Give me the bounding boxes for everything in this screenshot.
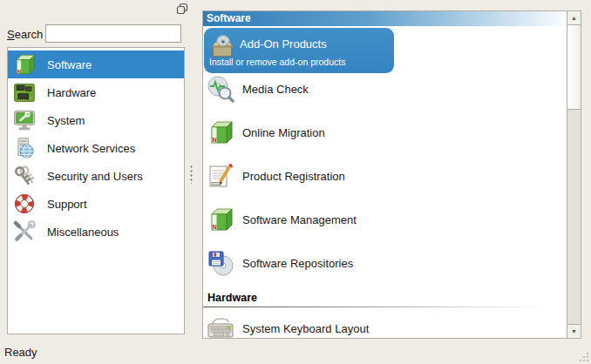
network-globe-icon bbox=[12, 136, 37, 160]
section-divider bbox=[203, 307, 567, 307]
module-item-label: Software Management bbox=[242, 213, 357, 226]
sidebar-item-label: Software bbox=[47, 58, 92, 71]
module-item-add-on-products[interactable]: Add-On Products Install or remove add-on… bbox=[204, 28, 394, 73]
hardware-circuit-icon bbox=[12, 80, 37, 104]
sidebar-item-security-and-users[interactable]: Security and Users bbox=[8, 162, 184, 190]
sidebar-item-label: Miscellaneous bbox=[47, 226, 119, 239]
sidebar-item-system[interactable]: System bbox=[8, 106, 184, 134]
floppy-cd-icon bbox=[207, 249, 234, 277]
tools-icon bbox=[12, 219, 37, 244]
restore-window-icon[interactable] bbox=[175, 2, 189, 16]
module-item-label: Online Migration bbox=[242, 126, 325, 139]
keyboard-icon bbox=[207, 314, 234, 338]
system-monitor-icon bbox=[12, 108, 37, 132]
sidebar-item-label: Support bbox=[47, 198, 87, 211]
module-item-online-migration[interactable]: N Online Migration bbox=[207, 116, 558, 149]
scroll-down-button[interactable]: ▼ bbox=[567, 324, 581, 338]
software-package-icon: N bbox=[207, 118, 234, 146]
software-package-icon: N bbox=[207, 206, 234, 233]
section-header-hardware: Hardware bbox=[203, 292, 567, 307]
sidebar-item-software[interactable]: N Software bbox=[8, 51, 184, 78]
sidebar-item-hardware[interactable]: Hardware bbox=[8, 78, 184, 106]
software-package-icon: N bbox=[12, 52, 37, 77]
module-item-software-repositories[interactable]: Software Repositories bbox=[207, 246, 558, 280]
lifebuoy-icon bbox=[12, 192, 37, 216]
status-bar-text: Ready bbox=[4, 346, 37, 359]
sidebar-item-label: Security and Users bbox=[47, 170, 143, 183]
scrollbar-thumb[interactable] bbox=[567, 25, 581, 110]
vertical-scrollbar: ▲ ▼ bbox=[567, 11, 581, 338]
search-label: Search bbox=[7, 28, 43, 41]
module-list: Add-On Products Install or remove add-on… bbox=[203, 26, 567, 338]
sidebar-item-support[interactable]: Support bbox=[8, 190, 184, 218]
module-item-system-keyboard-layout[interactable]: System Keyboard Layout bbox=[207, 312, 558, 338]
module-panel: Software Add-On Products Install or remo… bbox=[202, 10, 581, 339]
module-item-subtitle: Install or remove add-on products bbox=[209, 57, 345, 67]
notepad-pencil-icon bbox=[207, 162, 234, 190]
scrollbar-track[interactable] bbox=[567, 110, 581, 324]
module-item-product-registration[interactable]: Product Registration bbox=[207, 159, 558, 192]
svg-text:N: N bbox=[213, 224, 217, 230]
module-item-label: System Keyboard Layout bbox=[242, 322, 369, 335]
module-item-label: Media Check bbox=[242, 83, 309, 96]
module-item-software-management[interactable]: N Software Management bbox=[207, 203, 558, 236]
scroll-up-button[interactable]: ▲ bbox=[567, 11, 581, 25]
resize-grip[interactable] bbox=[577, 350, 588, 361]
svg-text:N: N bbox=[213, 137, 217, 143]
sidebar-item-label: Network Services bbox=[47, 142, 135, 155]
module-item-media-check[interactable]: Media Check bbox=[207, 72, 558, 105]
cd-magnifier-icon bbox=[207, 75, 234, 103]
sidebar-item-label: System bbox=[47, 114, 85, 127]
sidebar-item-label: Hardware bbox=[47, 86, 96, 99]
svg-text:N: N bbox=[17, 68, 21, 74]
sidebar-item-network-services[interactable]: Network Services bbox=[8, 134, 184, 162]
module-item-label: Software Repositories bbox=[242, 257, 353, 270]
panel-splitter-handle[interactable] bbox=[190, 165, 193, 184]
module-item-title: Add-On Products bbox=[240, 37, 327, 51]
panel-section-header: Software bbox=[203, 11, 567, 26]
sidebar-item-miscellaneous[interactable]: Miscellaneous bbox=[8, 218, 184, 246]
keys-icon bbox=[12, 164, 37, 188]
module-item-label: Product Registration bbox=[242, 170, 345, 183]
search-input[interactable] bbox=[45, 24, 181, 43]
category-list: N Software Hardware bbox=[7, 47, 185, 334]
